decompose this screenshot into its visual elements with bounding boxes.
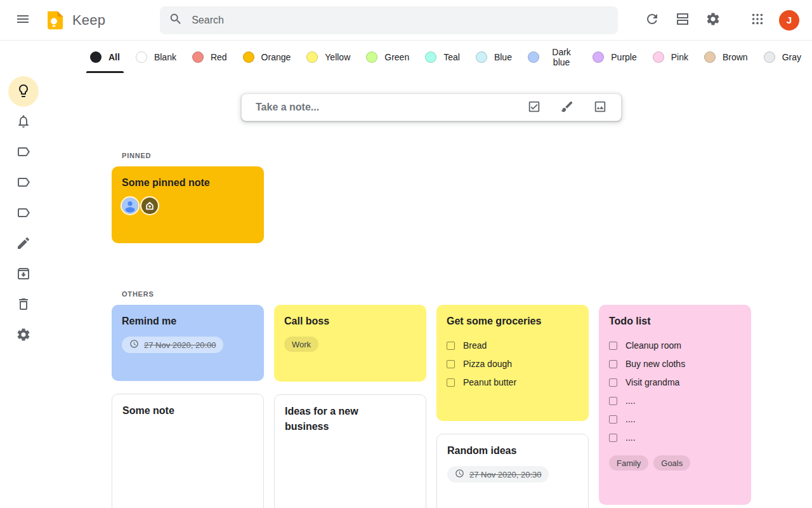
clock-icon <box>129 339 139 351</box>
apps-grid-icon <box>750 12 764 28</box>
checklist-item-label: Peanut butter <box>463 377 516 387</box>
filter-chip-yellow[interactable]: Yellow <box>301 41 355 73</box>
image-icon <box>593 100 607 116</box>
chip-label: Dark blue <box>546 47 577 67</box>
checklist-item: .... <box>609 431 741 444</box>
checkbox[interactable] <box>609 415 617 424</box>
search-input[interactable] <box>192 15 609 26</box>
sidebar-item-archive[interactable] <box>8 259 39 290</box>
filter-chip-gray[interactable]: Gray <box>759 41 806 73</box>
chip-label: Brown <box>723 52 748 62</box>
reminder-text: 27 Nov 2020, 20:30 <box>469 470 541 479</box>
checklist-item-label: Cleanup room <box>625 340 681 351</box>
checklist: Bread Pizza dough Peanut butter <box>447 338 579 389</box>
color-dot <box>425 51 436 63</box>
note-remind-me[interactable]: Remind me 27 Nov 2020, 20:00 <box>112 305 264 381</box>
checklist: Cleanup room Buy new cloths Visit grandm… <box>609 338 741 444</box>
note-ideas-business[interactable]: Ideas for a new business <box>274 394 426 508</box>
chip-label: Blank <box>154 52 176 62</box>
checkbox[interactable] <box>609 342 617 350</box>
note-random-ideas[interactable]: Random ideas 27 Nov 2020, 20:30 <box>436 434 589 508</box>
take-a-note-input[interactable] <box>256 102 508 113</box>
notes-column: Remind me 27 Nov 2020, 20:00 Some note <box>112 305 264 508</box>
filter-chip-dark-blue[interactable]: Dark blue <box>523 41 582 73</box>
filter-chip-orange[interactable]: Orange <box>238 41 296 73</box>
sidebar <box>8 76 39 351</box>
chip-label: Teal <box>443 52 460 62</box>
color-dot <box>764 51 775 63</box>
filter-chip-pink[interactable]: Pink <box>648 41 693 73</box>
sidebar-item-notes[interactable] <box>8 76 39 107</box>
person-avatar[interactable] <box>122 197 138 214</box>
note-title: Some note <box>122 403 253 418</box>
reminder-badge[interactable]: 27 Nov 2020, 20:30 <box>447 466 549 483</box>
sidebar-item-label-1[interactable] <box>8 137 39 168</box>
new-checklist-button[interactable] <box>527 100 541 116</box>
checkbox[interactable] <box>609 360 617 368</box>
color-dot <box>476 51 487 63</box>
sidebar-item-settings[interactable] <box>8 320 39 351</box>
pinned-section-label: PINNED <box>122 152 151 159</box>
account-avatar[interactable]: J <box>779 10 799 30</box>
filter-chip-all[interactable]: All <box>85 41 125 73</box>
filter-chip-red[interactable]: Red <box>187 41 232 73</box>
note-labels: Work <box>284 337 416 352</box>
color-dot <box>528 51 539 63</box>
checkbox[interactable] <box>447 360 455 368</box>
chip-label: Pink <box>671 52 688 62</box>
checkbox[interactable] <box>609 434 617 442</box>
settings-button[interactable] <box>698 5 728 36</box>
top-bar: Keep <box>0 0 812 41</box>
chip-label: Green <box>384 52 409 62</box>
label-chip-goals[interactable]: Goals <box>653 455 690 471</box>
checkbox[interactable] <box>609 378 617 387</box>
main-menu-button[interactable] <box>8 5 38 36</box>
chip-label: Purple <box>611 52 636 62</box>
pencil-icon <box>16 236 31 253</box>
list-view-icon <box>675 11 690 29</box>
label-chip-family[interactable]: Family <box>609 455 648 471</box>
settings-icon <box>16 327 31 344</box>
note-todo-list[interactable]: Todo list Cleanup room Buy new cloths Vi… <box>599 305 751 505</box>
family-avatar[interactable] <box>141 197 158 214</box>
color-dot <box>653 51 664 63</box>
keep-app: Keep <box>0 0 812 508</box>
sidebar-item-reminders[interactable] <box>8 107 39 137</box>
note-get-some-groceries[interactable]: Get some groceries Bread Pizza dough Pea… <box>436 305 589 421</box>
notes-column: Call boss Work Ideas for a new business <box>274 305 426 508</box>
color-dot <box>136 51 147 63</box>
filter-chip-blue[interactable]: Blue <box>471 41 517 73</box>
checkbox[interactable] <box>609 397 617 405</box>
checklist-item: .... <box>609 394 741 408</box>
reminder-badge[interactable]: 27 Nov 2020, 20:00 <box>122 337 223 353</box>
search-bar <box>160 6 618 34</box>
chip-label: All <box>108 52 120 62</box>
checkbox[interactable] <box>447 378 455 387</box>
others-section-label: OTHERS <box>122 290 154 298</box>
chip-label: Yellow <box>325 52 350 62</box>
sidebar-item-label-3[interactable] <box>8 198 39 229</box>
list-view-toggle-button[interactable] <box>667 5 698 36</box>
checklist-item: Pizza dough <box>447 357 579 371</box>
note-some-pinned-note[interactable]: Some pinned note <box>112 166 264 243</box>
sidebar-item-trash[interactable] <box>8 290 39 320</box>
new-drawing-button[interactable] <box>560 100 574 116</box>
filter-chip-teal[interactable]: Teal <box>420 41 465 73</box>
clock-icon <box>455 469 464 481</box>
google-apps-button[interactable] <box>742 5 773 36</box>
chip-label: Blue <box>494 52 512 62</box>
filter-chip-blank[interactable]: Blank <box>131 41 181 73</box>
note-call-boss[interactable]: Call boss Work <box>274 305 426 382</box>
checkbox[interactable] <box>447 342 455 350</box>
filter-chip-brown[interactable]: Brown <box>699 41 753 73</box>
color-dot <box>192 51 204 63</box>
refresh-button[interactable] <box>637 5 667 36</box>
filter-chip-purple[interactable]: Purple <box>587 41 641 73</box>
new-image-note-button[interactable] <box>593 100 607 116</box>
sidebar-item-label-2[interactable] <box>8 168 39 198</box>
note-some-note[interactable]: Some note <box>112 394 264 508</box>
sidebar-item-edit-labels[interactable] <box>8 229 39 259</box>
label-chip-work[interactable]: Work <box>284 337 318 352</box>
filter-chip-green[interactable]: Green <box>361 41 414 73</box>
checklist-item-label: Pizza dough <box>463 359 512 369</box>
